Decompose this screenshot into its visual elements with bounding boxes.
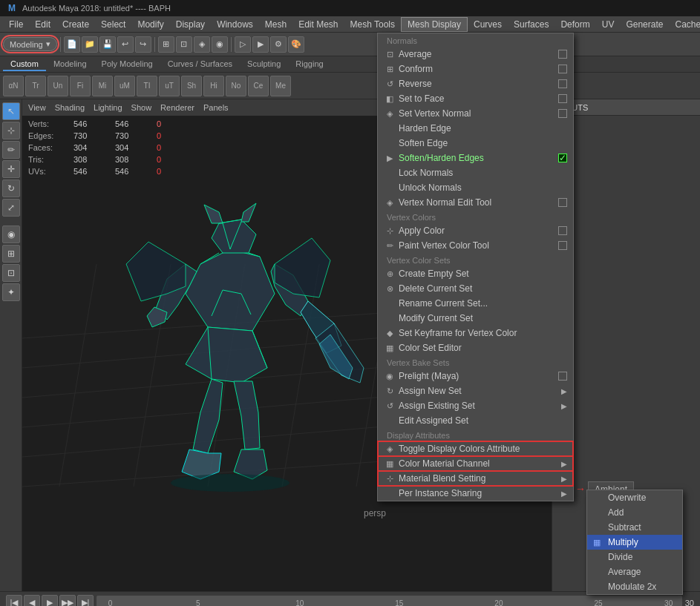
submenu-modulate-2x[interactable]: Modulate 2x <box>587 579 682 594</box>
menu-item-assign-new-set[interactable]: ↻ Assign New Set ▶ <box>378 383 573 398</box>
viewport-menu-panels[interactable]: Panels <box>203 103 229 112</box>
toolbar-new[interactable]: 📄 <box>64 36 80 53</box>
tool-scale[interactable]: ⤢ <box>2 199 20 217</box>
toolbar-render4[interactable]: 🎨 <box>288 36 304 53</box>
tool-paint[interactable]: ✏ <box>2 141 20 159</box>
tool-lattice[interactable]: ⊡ <box>2 264 20 282</box>
shelf-icon-untile[interactable]: uT <box>159 76 180 96</box>
shelf-icon-noshac[interactable]: No <box>226 76 246 96</box>
shelf-icon-filterai[interactable]: Fi <box>70 76 91 96</box>
toolbar-render2[interactable]: ▶ <box>252 36 269 53</box>
menu-item-conform[interactable]: ⊞ Conform <box>378 62 573 76</box>
toolbar-open[interactable]: 📁 <box>82 36 98 53</box>
submenu-add[interactable]: Add <box>587 505 682 520</box>
shelf-tab-sculpting[interactable]: Sculpting <box>240 58 288 71</box>
timeline-ruler[interactable]: 0 5 10 15 20 25 30 <box>97 596 682 607</box>
menu-item-harden-edge[interactable]: Harden Edge <box>378 121 573 136</box>
shelf-icon-merge[interactable]: Me <box>270 76 291 96</box>
menu-item-set-vertex-normal[interactable]: ◈ Set Vertex Normal <box>378 106 573 121</box>
tool-sculpt[interactable]: ✦ <box>2 283 20 301</box>
menu-deform[interactable]: Deform <box>555 18 595 31</box>
menu-file[interactable]: File <box>3 18 29 31</box>
menu-generate[interactable]: Generate <box>620 18 669 31</box>
menu-item-vertex-normal-edit[interactable]: ◈ Vertex Normal Edit Tool <box>378 195 573 210</box>
menu-item-modify-current-set[interactable]: Modify Current Set <box>378 311 573 326</box>
menu-item-prelight[interactable]: ◉ Prelight (Maya) <box>378 369 573 383</box>
menu-create[interactable]: Create <box>56 18 95 31</box>
menu-item-unlock-normals[interactable]: Unlock Normals <box>378 180 573 195</box>
menu-item-create-empty-set[interactable]: ⊕ Create Empty Set <box>378 266 573 281</box>
toolbar-undo[interactable]: ↩ <box>117 36 134 53</box>
menu-curves[interactable]: Curves <box>468 18 508 31</box>
toolbar-snap3[interactable]: ◈ <box>194 36 210 53</box>
menu-item-color-set-editor[interactable]: ▦ Color Set Editor <box>378 340 573 355</box>
toolbar-snap1[interactable]: ⊞ <box>158 36 174 53</box>
menu-item-color-material-channel[interactable]: ▦ Color Material Channel ▶ <box>378 456 573 471</box>
menu-item-reverse[interactable]: ↺ Reverse <box>378 76 573 91</box>
shelf-tab-curves-surfaces[interactable]: Curves / Surfaces <box>160 58 240 71</box>
viewport-menu-show[interactable]: Show <box>131 103 152 112</box>
viewport-menu-lighting[interactable]: Lighting <box>94 103 122 112</box>
timeline-start[interactable]: |◀ <box>6 595 22 607</box>
shelf-icon-unlitter[interactable]: Un <box>48 76 68 96</box>
menu-item-rename-current-set[interactable]: Rename Current Set... <box>378 296 573 311</box>
timeline-play-fwd[interactable]: ▶▶ <box>59 595 76 607</box>
submenu-multiply[interactable]: ▦ Multiply <box>587 535 682 550</box>
shelf-icon-celshac[interactable]: Ce <box>248 76 269 96</box>
menu-windows[interactable]: Windows <box>211 18 259 31</box>
submenu-overwrite[interactable]: Overwrite <box>587 490 682 505</box>
menu-item-lock-normals[interactable]: Lock Normals <box>378 165 573 180</box>
menu-item-material-blend-setting[interactable]: ⊹ Material Blend Setting ▶ <box>378 471 573 486</box>
toolbar-snap4[interactable]: ◉ <box>212 36 228 53</box>
menu-item-set-to-face[interactable]: ◧ Set to Face <box>378 91 573 106</box>
tool-mirror[interactable]: ⊞ <box>2 245 20 263</box>
shelf-tab-modeling[interactable]: Modeling <box>46 58 94 71</box>
shelf-icon-alphan[interactable]: αN <box>3 76 24 96</box>
menu-item-soften-harden[interactable]: ▶ Soften/Harden Edges ✓ <box>378 151 573 165</box>
menu-item-assign-existing-set[interactable]: ↺ Assign Existing Set ▶ <box>378 398 573 413</box>
shelf-icon-hidevu[interactable]: Hi <box>203 76 224 96</box>
menu-item-apply-color[interactable]: ⊹ Apply Color <box>378 223 573 238</box>
shelf-icon-transpa[interactable]: Tr <box>25 76 46 96</box>
toolbar-render1[interactable]: ▷ <box>235 36 251 53</box>
menu-display[interactable]: Display <box>170 18 211 31</box>
tool-select[interactable]: ↖ <box>2 102 20 120</box>
menu-item-toggle-display-colors[interactable]: ◈ Toggle Display Colors Attribute <box>378 441 573 456</box>
shelf-tab-rigging[interactable]: Rigging <box>288 58 330 71</box>
shelf-tab-custom[interactable]: Custom <box>3 58 46 71</box>
viewport-menu-shading[interactable]: Shading <box>55 103 85 112</box>
menu-item-per-instance-sharing[interactable]: Per Instance Sharing ▶ <box>378 486 573 501</box>
menu-edit-mesh[interactable]: Edit Mesh <box>292 18 344 31</box>
toolbar-redo[interactable]: ↪ <box>135 36 151 53</box>
timeline-end[interactable]: ▶| <box>77 595 94 607</box>
shelf-icon-showve[interactable]: Sh <box>181 76 202 96</box>
menu-item-paint-vertex-color[interactable]: ✏ Paint Vertex Color Tool <box>378 238 573 253</box>
shelf-tab-poly-modeling[interactable]: Poly Modeling <box>94 58 160 71</box>
tool-lasso[interactable]: ⊹ <box>2 122 20 139</box>
shelf-icon-tileall[interactable]: TI <box>137 76 157 96</box>
menu-modify[interactable]: Modify <box>131 18 169 31</box>
submenu-divide[interactable]: Divide <box>587 550 682 564</box>
menu-item-edit-assigned-set[interactable]: Edit Assigned Set <box>378 413 573 428</box>
tool-move[interactable]: ✛ <box>2 160 20 178</box>
submenu-subtract[interactable]: Subtract <box>587 520 682 535</box>
viewport-menu-renderer[interactable]: Renderer <box>160 103 194 112</box>
shelf-icon-unmirr[interactable]: uM <box>114 76 135 96</box>
toolbar-snap2[interactable]: ⊡ <box>176 36 192 53</box>
toolbar-render3[interactable]: ⚙ <box>270 36 287 53</box>
menu-surfaces[interactable]: Surfaces <box>508 18 555 31</box>
menu-uv[interactable]: UV <box>596 18 621 31</box>
menu-mesh-display[interactable]: Mesh Display <box>401 17 468 32</box>
timeline-prev[interactable]: ◀ <box>24 595 40 607</box>
menu-item-set-keyframe-vertex-color[interactable]: ◆ Set Keyframe for Vertex Color <box>378 326 573 340</box>
toolbar-save[interactable]: 💾 <box>99 36 116 53</box>
menu-item-delete-current-set[interactable]: ⊗ Delete Current Set <box>378 281 573 296</box>
workspace-selector[interactable]: Modeling ▾ <box>3 37 57 51</box>
menu-mesh[interactable]: Mesh <box>259 18 292 31</box>
menu-item-average[interactable]: ⊡ Average <box>378 47 573 62</box>
tool-rotate[interactable]: ↻ <box>2 180 20 197</box>
submenu-average[interactable]: Average <box>587 564 682 579</box>
shelf-icon-mirror[interactable]: Mi <box>92 76 113 96</box>
menu-edit[interactable]: Edit <box>29 18 56 31</box>
tool-soft-sel[interactable]: ◉ <box>2 225 20 243</box>
